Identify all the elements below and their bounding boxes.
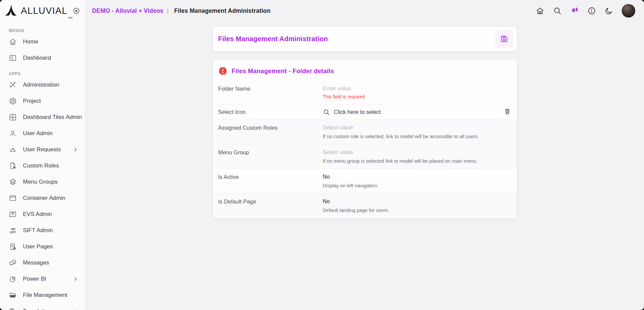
field-help-text: If no menu group is selected link to mod… (323, 158, 511, 164)
user-icon (9, 129, 17, 137)
logo-row: ALLUVIAL SM (0, 0, 85, 22)
sidebar-item-sift-admin[interactable]: SIFT Admin (0, 222, 85, 239)
section-label-apps: APPS (9, 71, 85, 77)
folder-open-icon (9, 291, 17, 299)
sidebar: ALLUVIAL SM MENUS Home Dashboard A (0, 0, 85, 310)
admin-tools-icon (9, 81, 17, 89)
sidebar-item-home[interactable]: Home (0, 34, 85, 50)
sidebar-item-file-management[interactable]: File Management (0, 287, 85, 303)
sidebar-item-translations[interactable]: Translations (0, 303, 85, 310)
translate-icon (9, 307, 17, 310)
breadcrumb-separator: : (167, 7, 169, 14)
page-title: Files Management Administration (174, 7, 271, 14)
save-floppy-icon (500, 34, 509, 43)
form-row-folder-name: Folder Name Enter value This field is re… (213, 81, 517, 104)
topbar: DEMO - Alluvial + Videos : Files Managem… (85, 0, 644, 22)
clear-icon-button[interactable] (503, 108, 511, 116)
search-icon (323, 108, 330, 116)
map-pin-icon (9, 210, 17, 218)
info-icon[interactable] (587, 6, 596, 15)
sidebar-item-user-requests[interactable]: User Requests (0, 142, 85, 158)
search-icon[interactable] (553, 6, 562, 15)
breadcrumb: DEMO - Alluvial + Videos : Files Managem… (92, 7, 271, 14)
sidebar-item-power-bi[interactable]: Power BI (0, 271, 85, 287)
icon-picker-trigger[interactable]: Click here to select (334, 109, 381, 115)
sidebar-item-dashboard[interactable]: Dashboard (0, 50, 85, 66)
field-label: Is Active (218, 174, 323, 188)
sidebar-item-custom-roles[interactable]: Custom Roles (0, 158, 85, 174)
alert-octagon-icon (218, 66, 227, 75)
form-row-menu-group: Menu Group Select value If no menu group… (213, 144, 517, 168)
dark-mode-moon-icon[interactable] (605, 6, 613, 15)
browser-window-icon (9, 194, 17, 202)
layers-icon (9, 178, 17, 186)
field-label: Assigned Custom Roles (218, 124, 323, 139)
sidebar-item-user-admin[interactable]: User Admin (0, 125, 85, 142)
is-active-toggle-value[interactable]: No (323, 174, 511, 180)
folder-name-input[interactable]: Enter value (323, 85, 511, 92)
field-label: Select Icon (218, 108, 323, 115)
validation-error: This field is required (323, 94, 511, 99)
main-area: DEMO - Alluvial + Videos : Files Managem… (85, 0, 644, 310)
sidebar-item-container-admin[interactable]: Container Admin (0, 190, 85, 206)
cloche-icon (9, 146, 17, 154)
home-icon[interactable] (536, 6, 544, 15)
trash-icon (504, 108, 511, 115)
field-label: Is Default Page (218, 198, 323, 213)
gear-icon (9, 97, 17, 105)
pie-chart-icon (9, 275, 17, 283)
sift-merge-icon (9, 226, 17, 235)
field-help-text: If no custom role is selected, link to m… (323, 134, 511, 139)
save-button[interactable] (495, 30, 513, 48)
sidebar-collapse-toggle-icon[interactable] (73, 7, 80, 15)
form-header: Files Management - Folder details (213, 60, 517, 81)
custom-roles-select[interactable]: Select value (323, 124, 511, 131)
form-row-is-default-page: Is Default Page No Default landing page … (213, 193, 517, 218)
tiles-grid-icon (9, 113, 17, 121)
document-info-icon (9, 243, 17, 251)
page-content: Files Management Administration (85, 22, 644, 310)
chevron-right-icon (72, 308, 79, 310)
sidebar-item-administration[interactable]: Administration (0, 77, 85, 93)
user-avatar[interactable] (622, 4, 635, 18)
field-help-text: Default landing page for users. (323, 208, 511, 213)
chevron-right-icon (72, 276, 79, 282)
sidebar-item-menu-groups[interactable]: Menu Groups (0, 174, 85, 190)
field-label: Folder Name (218, 85, 323, 99)
dashboard-icon (9, 54, 17, 62)
folder-details-card: Files Management - Folder details Folder… (213, 60, 517, 218)
form-title: Files Management - Folder details (232, 67, 334, 75)
breadcrumb-app-name[interactable]: DEMO - Alluvial + Videos (92, 7, 163, 14)
logo-servicemark: SM (68, 16, 73, 19)
sidebar-item-project[interactable]: Project (0, 93, 85, 109)
page-header-card: Files Management Administration (213, 27, 517, 51)
notifications-bell-icon[interactable] (570, 6, 579, 15)
sidebar-item-user-pages[interactable]: User Pages (0, 239, 85, 255)
card-title: Files Management Administration (218, 35, 328, 43)
sidebar-nav: MENUS Home Dashboard APPS Administration (0, 22, 85, 310)
form-row-is-active: Is Active No Display on left navigation. (213, 168, 517, 193)
file-shield-icon (9, 162, 17, 170)
sidebar-item-dashboard-tiles-admin[interactable]: Dashboard Tiles Admin (0, 109, 85, 125)
sidebar-item-messages[interactable]: Messages (0, 255, 85, 271)
is-default-page-toggle-value[interactable]: No (323, 198, 511, 205)
field-help-text: Display on left navigation. (323, 183, 511, 188)
logo-text: ALLUVIAL (21, 6, 67, 16)
field-label: Menu Group (218, 149, 323, 164)
topbar-actions (536, 4, 635, 18)
form-row-select-icon: Select Icon Click here to select (213, 104, 517, 119)
chat-bubbles-icon (9, 259, 17, 267)
form-row-assigned-custom-roles: Assigned Custom Roles Select value If no… (213, 119, 517, 144)
app-window: ALLUVIAL SM MENUS Home Dashboard A (0, 0, 644, 310)
home-icon (9, 38, 17, 46)
menu-group-select[interactable]: Select value (323, 149, 511, 155)
sidebar-item-evs-admin[interactable]: EVS Admin (0, 206, 85, 222)
chevron-right-icon (72, 146, 79, 153)
alluvial-logo-icon (5, 5, 18, 17)
section-label-menus: MENUS (9, 28, 85, 34)
